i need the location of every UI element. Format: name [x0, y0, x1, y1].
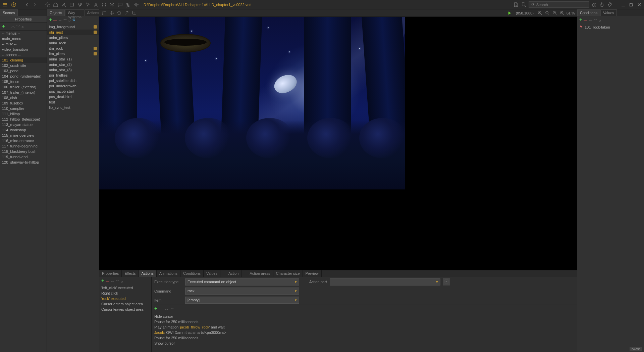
- scene-item[interactable]: 119_tunnel-end: [0, 154, 47, 160]
- up-icon[interactable]: ︿: [589, 17, 592, 23]
- plugin-icon[interactable]: [606, 1, 613, 8]
- remove-icon[interactable]: —: [106, 279, 109, 283]
- scene-item[interactable]: 105_fence: [0, 79, 47, 84]
- script-line[interactable]: Hide cursor: [152, 314, 577, 319]
- filter-icon[interactable]: ⌕: [21, 25, 24, 29]
- right-tab[interactable]: Values: [600, 9, 617, 16]
- bottom-tab[interactable]: Properties: [99, 270, 122, 277]
- up-icon[interactable]: ︿: [11, 24, 15, 29]
- scene-item[interactable]: 113_mayan-statue: [0, 122, 47, 127]
- braces-icon[interactable]: [101, 1, 107, 8]
- object-item[interactable]: poi_undergrowth: [47, 83, 99, 89]
- actions-list[interactable]: 'left_click' executedRight click'rock' e…: [99, 285, 151, 312]
- scenes-list[interactable]: -- menus --main_menu-- misc --video_tran…: [0, 31, 47, 352]
- scene-item[interactable]: -- scenes --: [0, 52, 47, 57]
- close-icon[interactable]: [636, 1, 643, 8]
- scene-item[interactable]: 102_crash-site: [0, 63, 47, 68]
- command-select[interactable]: rock▾: [185, 288, 299, 295]
- select-rect-icon[interactable]: [101, 10, 107, 16]
- remove-icon[interactable]: —: [159, 306, 163, 311]
- bottom-tab[interactable]: Effects: [122, 270, 139, 277]
- chat-icon[interactable]: [117, 1, 123, 8]
- menu-icon[interactable]: [1, 1, 9, 8]
- zoom-reset-icon[interactable]: [544, 10, 550, 16]
- object-item[interactable]: lip_sync_test: [47, 105, 99, 110]
- bottom-tab[interactable]: Preview: [303, 270, 322, 277]
- scene-item[interactable]: 115_mine-overview: [0, 133, 47, 138]
- object-item[interactable]: anim_star_(2): [47, 62, 99, 67]
- objects-list[interactable]: img_foregroundobj_nestanim_pliersanim_ro…: [47, 24, 99, 352]
- bottom-tab[interactable]: Conditions: [180, 270, 204, 277]
- scene-item[interactable]: -- menus --: [0, 31, 47, 36]
- script-line[interactable]: Pause for 250 milliseconds: [152, 335, 577, 341]
- scene-item[interactable]: 101_clearing: [0, 57, 47, 63]
- object-item[interactable]: anim_star_(3): [47, 67, 99, 73]
- remove-icon[interactable]: —: [53, 18, 57, 22]
- script-list[interactable]: Hide cursorPause for 250 millisecondsPla…: [152, 313, 577, 347]
- remove-icon[interactable]: —: [6, 25, 10, 29]
- font-icon[interactable]: [93, 1, 99, 8]
- scene-item[interactable]: 112_hilltop_(telescope): [0, 117, 47, 122]
- object-item[interactable]: anim_star_(1): [47, 56, 99, 62]
- viewport[interactable]: [99, 17, 577, 270]
- object-item[interactable]: obj_nest: [47, 30, 99, 35]
- condition-item[interactable]: ⚑101_rock-taken: [577, 24, 644, 30]
- snowflake-icon[interactable]: [109, 1, 115, 8]
- bottom-tab[interactable]: Actions: [139, 270, 157, 277]
- objects-tab[interactable]: Objects: [47, 9, 65, 16]
- cursor-icon[interactable]: [85, 1, 91, 8]
- filter-icon[interactable]: ⌕: [121, 279, 123, 283]
- down-icon[interactable]: ﹀: [594, 17, 597, 23]
- zoom-in-icon[interactable]: [537, 10, 543, 16]
- object-item[interactable]: poi_satellite-dish: [47, 78, 99, 83]
- crop-icon[interactable]: [131, 10, 137, 16]
- forward-icon[interactable]: [32, 1, 38, 8]
- gear-icon[interactable]: [44, 1, 51, 8]
- scene-item[interactable]: 103_pond: [0, 68, 47, 74]
- zoom-out-icon[interactable]: [552, 10, 558, 16]
- scene-item[interactable]: 110_campfire: [0, 106, 47, 111]
- down-icon[interactable]: ﹀: [16, 24, 20, 29]
- add-icon[interactable]: ✚: [101, 279, 104, 283]
- down-icon[interactable]: ﹀: [63, 17, 67, 23]
- add-icon[interactable]: ✚: [579, 18, 582, 22]
- script-line[interactable]: Show cursor: [152, 341, 577, 346]
- scene-item[interactable]: 111_hilltop: [0, 111, 47, 117]
- bottom-tab[interactable]: Animations: [157, 270, 180, 277]
- window-icon[interactable]: [68, 1, 75, 8]
- action-item[interactable]: 'rock' executed: [99, 296, 151, 301]
- move-icon[interactable]: [109, 10, 115, 16]
- person-icon[interactable]: [60, 1, 67, 8]
- diamond-icon[interactable]: [76, 1, 83, 8]
- filter-icon[interactable]: ⌕: [68, 18, 71, 22]
- scene-item[interactable]: 106_trailer_(exterior): [0, 84, 47, 90]
- action-part-select[interactable]: ▾: [330, 278, 440, 285]
- object-item[interactable]: img_foreground: [47, 24, 99, 30]
- scene-item[interactable]: 120_stairway-to-hilltop: [0, 160, 47, 165]
- bottom-tab[interactable]: Action: [226, 270, 242, 277]
- action-item[interactable]: 'left_click' executed: [99, 285, 151, 291]
- audio-icon[interactable]: [133, 1, 140, 8]
- sort-icon[interactable]: ⇅: [72, 18, 75, 22]
- search-box[interactable]: [529, 1, 589, 8]
- play-icon[interactable]: [506, 10, 513, 16]
- add-icon[interactable]: ✚: [2, 24, 5, 29]
- edit-action-part-icon[interactable]: [443, 278, 450, 285]
- maximize-icon[interactable]: [628, 1, 635, 8]
- down-icon[interactable]: ﹀: [116, 278, 119, 283]
- right-tab[interactable]: Conditions: [577, 9, 600, 16]
- object-item[interactable]: pos_deaf-bird: [47, 94, 99, 99]
- action-item[interactable]: Cursor enters object area: [99, 301, 151, 307]
- minimize-icon[interactable]: [620, 1, 627, 8]
- scene-item[interactable]: video_transition: [0, 47, 47, 52]
- bug-icon[interactable]: [590, 1, 597, 8]
- arrow-icon[interactable]: [123, 10, 129, 16]
- object-item[interactable]: itm_rock: [47, 46, 99, 51]
- scene-item[interactable]: 104_pond_(underwater): [0, 74, 47, 79]
- script-line[interactable]: Play animation 'jacob_throw_rock' and wa…: [152, 324, 577, 330]
- scene-item[interactable]: 107_trailer_(interior): [0, 90, 47, 95]
- object-item[interactable]: poi_fireflies: [47, 73, 99, 78]
- save-as-icon[interactable]: [521, 1, 527, 8]
- conditions-list[interactable]: ⚑101_rock-taken: [577, 24, 644, 352]
- scene-item[interactable]: 117_tunnel-beginning: [0, 143, 47, 149]
